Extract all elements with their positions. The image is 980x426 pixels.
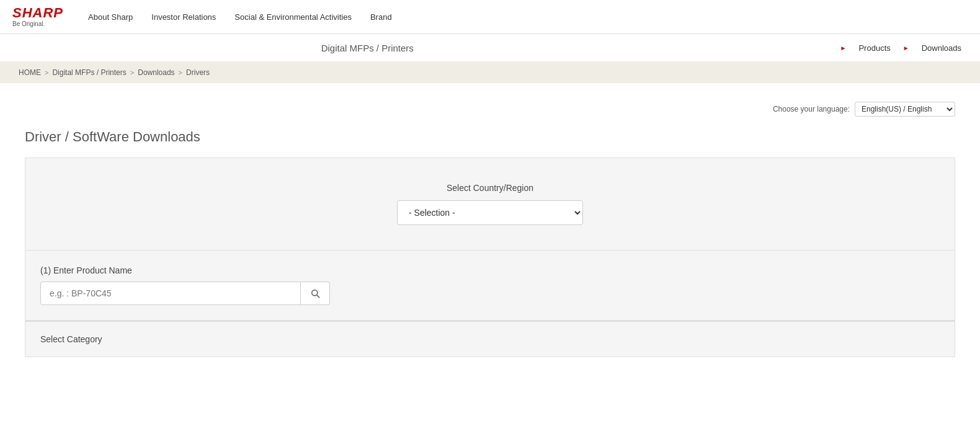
breadcrumb-sep-1: > (45, 69, 48, 76)
downloads-arrow-icon: ► (903, 45, 909, 51)
nav-item-investor-relations[interactable]: Investor Relations (151, 12, 216, 22)
breadcrumb-digital-mfps[interactable]: Digital MFPs / Printers (52, 68, 126, 77)
main-nav: About Sharp Investor Relations Social & … (88, 12, 392, 22)
category-label: Select Category (40, 334, 940, 344)
category-section: Select Category (25, 321, 955, 357)
breadcrumb-sep-2: > (130, 69, 134, 76)
breadcrumb-sep-3: > (179, 69, 182, 76)
main-header: SHARP Be Original. About Sharp Investor … (0, 0, 980, 34)
breadcrumb-drivers: Drivers (186, 68, 210, 77)
breadcrumb-home[interactable]: HOME (19, 68, 41, 77)
page-title: Driver / SoftWare Downloads (25, 129, 955, 145)
breadcrumb-downloads[interactable]: Downloads (138, 68, 174, 77)
sub-header-title: Digital MFPs / Printers (19, 43, 840, 53)
country-section-box: Select Country/Region - Selection - Unit… (25, 158, 955, 251)
breadcrumb: HOME > Digital MFPs / Printers > Downloa… (0, 62, 980, 83)
language-select[interactable]: English(US) / English (855, 102, 955, 117)
nav-item-about-sharp[interactable]: About Sharp (88, 12, 133, 22)
product-section: (1) Enter Product Name (25, 251, 955, 321)
sub-header: Digital MFPs / Printers ► Products ► Dow… (0, 34, 980, 62)
product-search-button[interactable] (301, 282, 330, 305)
product-label: (1) Enter Product Name (40, 265, 940, 275)
nav-item-brand[interactable]: Brand (370, 12, 392, 22)
country-label: Select Country/Region (447, 183, 533, 193)
country-section: Select Country/Region - Selection - Unit… (38, 183, 942, 225)
language-label: Choose your language: (773, 105, 850, 113)
sub-header-downloads-link[interactable]: Downloads (922, 43, 961, 53)
main-content: Choose your language: English(US) / Engl… (0, 83, 980, 393)
country-select[interactable]: - Selection - United States Canada Unite… (397, 200, 583, 225)
logo-tagline: Be Original. (12, 21, 63, 27)
logo-brand: SHARP (12, 6, 63, 20)
product-name-input[interactable] (40, 282, 301, 305)
sub-header-products-link[interactable]: Products (858, 43, 890, 53)
nav-item-social-environmental[interactable]: Social & Environmental Activities (234, 12, 352, 22)
search-row (40, 282, 940, 305)
sub-header-links: ► Products ► Downloads (840, 43, 961, 53)
products-arrow-icon: ► (840, 45, 847, 51)
language-row: Choose your language: English(US) / Engl… (25, 102, 955, 117)
logo: SHARP Be Original. (12, 6, 63, 27)
search-icon (310, 288, 321, 299)
